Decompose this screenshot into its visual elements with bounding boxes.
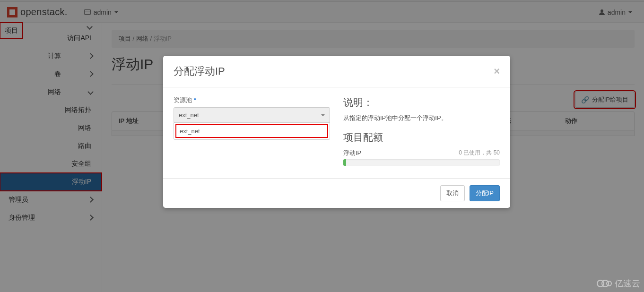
modal-title: 分配浮动IP <box>174 64 225 78</box>
quota-label: 浮动IP <box>343 149 361 157</box>
pool-dropdown-panel: ext_net <box>174 122 330 140</box>
cancel-button[interactable]: 取消 <box>440 185 465 201</box>
pool-select[interactable]: ext_net <box>174 107 330 123</box>
submit-button[interactable]: 分配IP <box>470 185 500 201</box>
modal-form: 资源池 * ext_net ext_net <box>174 96 330 166</box>
quota-row: 浮动IP 0 已使用，共 50 <box>343 149 500 157</box>
modal-footer: 取消 分配IP <box>163 178 510 208</box>
watermark-text: 亿速云 <box>615 278 640 289</box>
close-icon[interactable]: × <box>494 66 500 77</box>
description-text: 从指定的浮动IP池中分配一个浮动IP。 <box>343 114 500 122</box>
watermark-icon <box>597 280 612 287</box>
quota-progress-bar <box>343 159 346 166</box>
quota-progress <box>343 159 500 166</box>
allocate-floating-ip-modal: 分配浮动IP × 资源池 * ext_net ext_net 说明： 从指定的浮… <box>163 56 510 208</box>
pool-option-extnet[interactable]: ext_net <box>174 123 330 139</box>
pool-select-value: ext_net <box>179 112 199 119</box>
modal-description: 说明： 从指定的浮动IP池中分配一个浮动IP。 项目配额 浮动IP 0 已使用，… <box>343 96 500 166</box>
description-title: 说明： <box>343 96 500 109</box>
quota-title: 项目配额 <box>343 131 500 144</box>
required-asterisk-icon: * <box>194 96 196 103</box>
pool-label-text: 资源池 <box>174 96 192 103</box>
modal-body: 资源池 * ext_net ext_net 说明： 从指定的浮动IP池中分配一个… <box>163 87 510 178</box>
quota-usage: 0 已使用，共 50 <box>459 149 500 157</box>
watermark: 亿速云 <box>597 278 640 289</box>
caret-down-icon <box>321 114 325 116</box>
modal-header: 分配浮动IP × <box>163 56 510 87</box>
pool-label: 资源池 * <box>174 96 330 104</box>
